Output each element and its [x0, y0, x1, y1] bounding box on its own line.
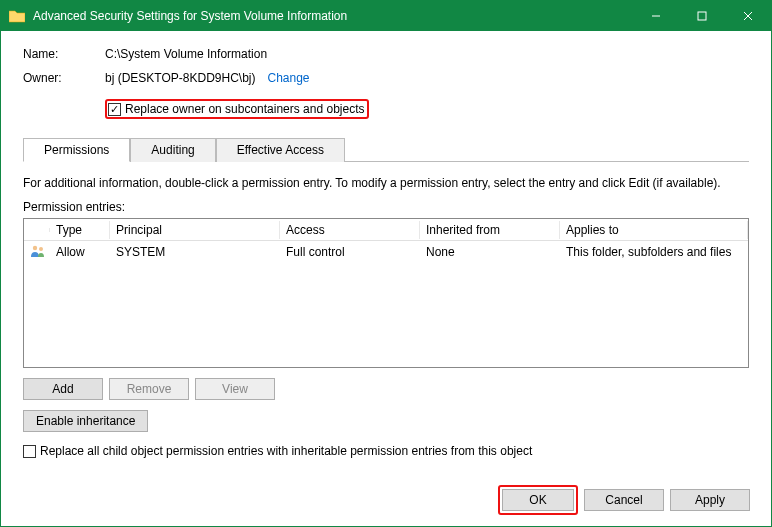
replace-all-label: Replace all child object permission entr… — [40, 444, 532, 458]
tab-effective-access[interactable]: Effective Access — [216, 138, 345, 162]
window-title: Advanced Security Settings for System Vo… — [33, 9, 633, 23]
cell-access: Full control — [280, 243, 420, 261]
owner-value: bj (DESKTOP-8KDD9HC\bj) — [105, 71, 255, 85]
tab-auditing[interactable]: Auditing — [130, 138, 215, 162]
close-button[interactable] — [725, 1, 771, 31]
info-text: For additional information, double-click… — [23, 176, 749, 190]
col-applies[interactable]: Applies to — [560, 221, 748, 239]
owner-label: Owner: — [23, 71, 105, 85]
col-inherited[interactable]: Inherited from — [420, 221, 560, 239]
add-button[interactable]: Add — [23, 378, 103, 400]
entries-label: Permission entries: — [23, 200, 749, 214]
svg-point-5 — [39, 247, 43, 251]
replace-owner-checkbox[interactable] — [108, 103, 121, 116]
name-label: Name: — [23, 47, 105, 61]
col-principal[interactable]: Principal — [110, 221, 280, 239]
remove-button[interactable]: Remove — [109, 378, 189, 400]
cell-principal: SYSTEM — [110, 243, 280, 261]
table-row[interactable]: Allow SYSTEM Full control None This fold… — [24, 241, 748, 263]
minimize-button[interactable] — [633, 1, 679, 31]
replace-owner-highlight: Replace owner on subcontainers and objec… — [105, 99, 369, 119]
cell-type: Allow — [50, 243, 110, 261]
tabs: Permissions Auditing Effective Access — [23, 137, 749, 162]
folder-icon — [9, 9, 25, 23]
view-button[interactable]: View — [195, 378, 275, 400]
svg-rect-1 — [698, 12, 706, 20]
people-icon — [30, 244, 46, 258]
replace-owner-label: Replace owner on subcontainers and objec… — [125, 102, 364, 116]
svg-point-4 — [33, 245, 37, 249]
table-header: Type Principal Access Inherited from App… — [24, 219, 748, 241]
dialog-footer: OK Cancel Apply — [498, 485, 750, 515]
cell-inherited: None — [420, 243, 560, 261]
name-value: C:\System Volume Information — [105, 47, 267, 61]
tab-permissions[interactable]: Permissions — [23, 138, 130, 162]
titlebar: Advanced Security Settings for System Vo… — [1, 1, 771, 31]
cell-applies: This folder, subfolders and files — [560, 243, 748, 261]
col-type[interactable]: Type — [50, 221, 110, 239]
replace-all-checkbox[interactable] — [23, 445, 36, 458]
ok-highlight: OK — [498, 485, 578, 515]
cancel-button[interactable]: Cancel — [584, 489, 664, 511]
apply-button[interactable]: Apply — [670, 489, 750, 511]
permission-entries-table[interactable]: Type Principal Access Inherited from App… — [23, 218, 749, 368]
enable-inheritance-button[interactable]: Enable inheritance — [23, 410, 148, 432]
change-owner-link[interactable]: Change — [267, 71, 309, 85]
maximize-button[interactable] — [679, 1, 725, 31]
ok-button[interactable]: OK — [502, 489, 574, 511]
col-access[interactable]: Access — [280, 221, 420, 239]
